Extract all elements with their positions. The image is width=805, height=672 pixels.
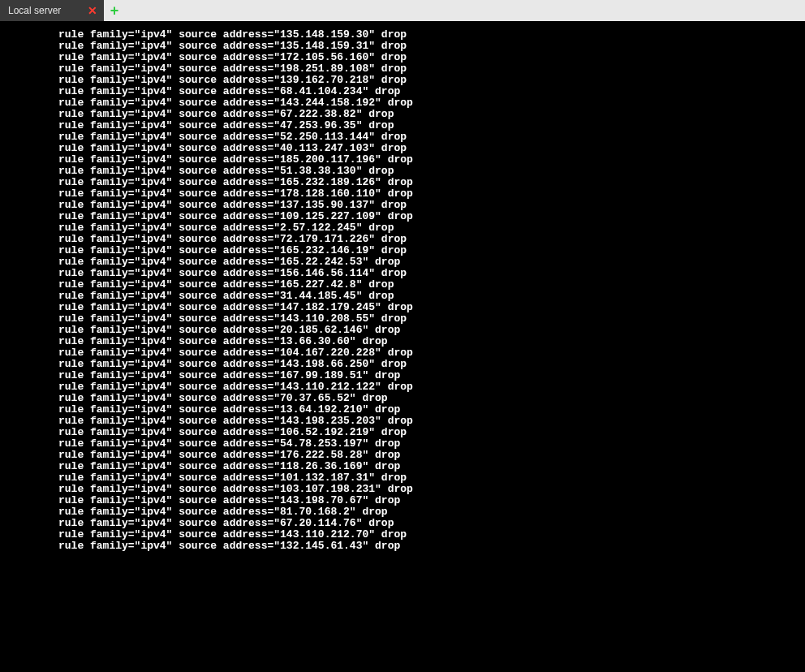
terminal-line: rule family="ipv4" source address="165.2… (0, 256, 805, 268)
terminal-line: rule family="ipv4" source address="165.2… (0, 279, 805, 291)
terminal-line: rule family="ipv4" source address="54.78… (0, 438, 805, 450)
tab-bar: Local server ✕ + (0, 0, 805, 21)
terminal-line: rule family="ipv4" source address="143.1… (0, 416, 805, 427)
terminal-line: rule family="ipv4" source address="143.1… (0, 495, 805, 506)
terminal-line: rule family="ipv4" source address="67.20… (0, 518, 805, 529)
terminal-line: rule family="ipv4" source address="143.1… (0, 529, 805, 541)
terminal-line: rule family="ipv4" source address="13.64… (0, 404, 805, 416)
terminal-line: rule family="ipv4" source address="143.1… (0, 359, 805, 370)
terminal-line: rule family="ipv4" source address="135.1… (0, 41, 805, 52)
terminal-line: rule family="ipv4" source address="118.2… (0, 461, 805, 472)
terminal-line: rule family="ipv4" source address="156.1… (0, 268, 805, 279)
terminal-line: rule family="ipv4" source address="185.2… (0, 154, 805, 166)
terminal-line: rule family="ipv4" source address="2.57.… (0, 222, 805, 234)
terminal-line: rule family="ipv4" source address="40.11… (0, 143, 805, 154)
terminal-line: rule family="ipv4" source address="109.1… (0, 211, 805, 222)
close-icon[interactable]: ✕ (88, 5, 97, 16)
terminal-line: rule family="ipv4" source address="135.1… (0, 29, 805, 41)
terminal-line: rule family="ipv4" source address="165.2… (0, 245, 805, 256)
terminal-line: rule family="ipv4" source address="132.1… (0, 541, 805, 552)
terminal-line: rule family="ipv4" source address="165.2… (0, 177, 805, 188)
terminal-line: rule family="ipv4" source address="167.9… (0, 370, 805, 381)
terminal-line: rule family="ipv4" source address="137.1… (0, 200, 805, 211)
terminal-line: rule family="ipv4" source address="139.1… (0, 75, 805, 86)
terminal-line: rule family="ipv4" source address="70.37… (0, 393, 805, 404)
terminal-line: rule family="ipv4" source address="178.1… (0, 188, 805, 200)
terminal-line: rule family="ipv4" source address="104.1… (0, 347, 805, 359)
tab-local-server[interactable]: Local server ✕ (0, 0, 104, 21)
terminal-line: rule family="ipv4" source address="72.17… (0, 234, 805, 245)
terminal-line: rule family="ipv4" source address="143.2… (0, 97, 805, 109)
plus-icon: + (110, 3, 119, 18)
terminal-line: rule family="ipv4" source address="176.2… (0, 450, 805, 461)
terminal-line: rule family="ipv4" source address="103.1… (0, 484, 805, 495)
terminal-output[interactable]: rule family="ipv4" source address="135.1… (0, 21, 805, 672)
terminal-line: rule family="ipv4" source address="143.1… (0, 313, 805, 325)
terminal-line: rule family="ipv4" source address="52.25… (0, 131, 805, 143)
terminal-line: rule family="ipv4" source address="47.25… (0, 120, 805, 131)
tab-label: Local server (8, 5, 61, 16)
terminal-line: rule family="ipv4" source address="172.1… (0, 52, 805, 63)
terminal-line: rule family="ipv4" source address="106.5… (0, 427, 805, 438)
terminal-line: rule family="ipv4" source address="31.44… (0, 291, 805, 302)
terminal-line: rule family="ipv4" source address="81.70… (0, 506, 805, 518)
terminal-line: rule family="ipv4" source address="101.1… (0, 472, 805, 484)
terminal-line: rule family="ipv4" source address="13.66… (0, 336, 805, 347)
add-tab-button[interactable]: + (104, 0, 125, 21)
terminal-line: rule family="ipv4" source address="198.2… (0, 63, 805, 75)
terminal-line: rule family="ipv4" source address="143.1… (0, 381, 805, 393)
terminal-line: rule family="ipv4" source address="147.1… (0, 302, 805, 313)
terminal-line: rule family="ipv4" source address="20.18… (0, 325, 805, 336)
terminal-line: rule family="ipv4" source address="51.38… (0, 166, 805, 177)
terminal-line: rule family="ipv4" source address="67.22… (0, 109, 805, 120)
terminal-line: rule family="ipv4" source address="68.41… (0, 86, 805, 97)
